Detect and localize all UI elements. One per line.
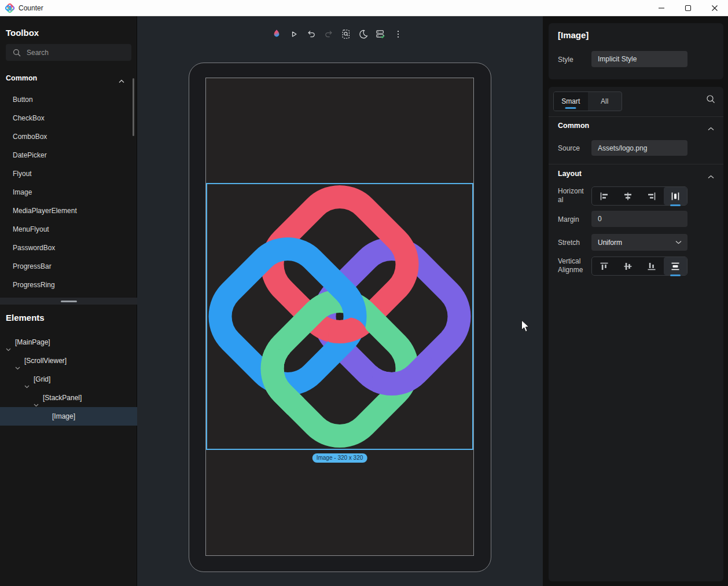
- properties-panel: [Image] Style Smart All Common Source La…: [543, 16, 728, 586]
- tree-item-scrollviewer[interactable]: [ScrollViewer]: [0, 351, 137, 370]
- tree-item-label: [Image]: [52, 407, 75, 426]
- toolbox-search-input[interactable]: [27, 49, 131, 57]
- align-top-button[interactable]: [593, 257, 616, 275]
- redo-icon: [321, 25, 336, 43]
- align-bottom-button[interactable]: [640, 257, 663, 275]
- app-window: Counter Toolbox Common Button C: [0, 0, 728, 586]
- elements-tree: [MainPage] [ScrollViewer] [Grid] [StackP…: [0, 333, 137, 426]
- layout-section-header: Layout: [558, 170, 582, 178]
- tree-item-image-selected[interactable]: [Image]: [0, 407, 137, 426]
- tree-item-label: [Grid]: [34, 370, 50, 389]
- hot-reload-flame-icon[interactable]: [269, 25, 284, 43]
- inspector-title: [Image]: [558, 30, 589, 40]
- divider: [549, 116, 723, 117]
- selected-element-card: [Image] Style: [549, 23, 723, 79]
- maximize-button[interactable]: [675, 0, 701, 16]
- align-left-button[interactable]: [593, 187, 616, 205]
- horizontal-alignment-label: Horizontal: [558, 187, 587, 204]
- tab-label: All: [601, 97, 608, 105]
- align-center-horizontal-button[interactable]: [616, 187, 639, 205]
- common-section-header: Common: [558, 122, 589, 130]
- style-label: Style: [558, 56, 573, 64]
- toolbox-item-datepicker[interactable]: DatePicker: [0, 146, 132, 164]
- selection-size-badge: Image - 320 x 320: [312, 453, 367, 463]
- tree-item-label: [MainPage]: [15, 333, 50, 351]
- align-center-vertical-button[interactable]: [616, 257, 639, 275]
- stretch-vertical-button[interactable]: [664, 257, 687, 275]
- toolbox-item-menuflyout[interactable]: MenuFlyout: [0, 220, 132, 239]
- toolbox-list: Button CheckBox ComboBox DatePicker Flyo…: [0, 90, 132, 294]
- source-input[interactable]: [591, 140, 687, 156]
- toolbox-item-image[interactable]: Image: [0, 183, 132, 202]
- titlebar: Counter: [0, 0, 728, 16]
- undo-icon[interactable]: [304, 25, 318, 43]
- more-options-kebab-icon[interactable]: [391, 25, 405, 43]
- toolbox-item-progressbar[interactable]: ProgressBar: [0, 257, 132, 276]
- tab-smart[interactable]: Smart: [554, 92, 588, 111]
- toolbox-title: Toolbox: [6, 28, 39, 38]
- tree-item-label: [ScrollViewer]: [24, 351, 67, 370]
- style-input[interactable]: [591, 51, 687, 67]
- image-selection-overlay[interactable]: [206, 183, 473, 450]
- theme-moon-icon[interactable]: [356, 25, 370, 43]
- mouse-cursor: [521, 320, 531, 335]
- properties-search-icon[interactable]: [706, 94, 715, 106]
- tree-item-grid[interactable]: [Grid]: [0, 370, 137, 389]
- vertical-alignment-label: Vertical Alignment: [558, 257, 587, 276]
- stretch-value: Uniform: [598, 239, 675, 247]
- device-screen[interactable]: Image - 320 x 320: [205, 78, 474, 556]
- app-logo-icon: [5, 3, 14, 13]
- logo-image[interactable]: [207, 184, 472, 449]
- margin-input[interactable]: [591, 211, 687, 227]
- toolbox-section-label: Common: [6, 74, 37, 82]
- toolbox-item-mediaplayerelement[interactable]: MediaPlayerElement: [0, 202, 132, 220]
- toolbox-item-passwordbox[interactable]: PasswordBox: [0, 239, 132, 257]
- stretch-label: Stretch: [558, 239, 580, 247]
- align-right-button[interactable]: [640, 187, 663, 205]
- horizontal-alignment-group: [591, 186, 687, 206]
- devtools-connected-icon[interactable]: [373, 25, 388, 43]
- device-frame: Image - 320 x 320: [189, 63, 491, 572]
- properties-card: Smart All Common Source Layout Horizonta…: [549, 87, 723, 581]
- toolbox-search[interactable]: [6, 44, 131, 61]
- close-button[interactable]: [701, 0, 728, 16]
- margin-label: Margin: [558, 215, 579, 224]
- toolbox-item-flyout[interactable]: Flyout: [0, 164, 132, 183]
- chevron-up-icon[interactable]: [708, 171, 714, 181]
- minimize-button[interactable]: [648, 0, 675, 16]
- stretch-dropdown[interactable]: Uniform: [591, 234, 687, 251]
- tree-item-mainpage[interactable]: [MainPage]: [0, 333, 137, 351]
- property-tabs: Smart All: [553, 91, 622, 111]
- toolbox-item-checkbox[interactable]: CheckBox: [0, 109, 132, 127]
- window-title: Counter: [19, 0, 43, 16]
- stretch-horizontal-button[interactable]: [664, 187, 687, 205]
- chevron-down-icon: [675, 240, 682, 244]
- divider: [549, 164, 723, 164]
- toolbox-item-combobox[interactable]: ComboBox: [0, 127, 132, 146]
- design-canvas[interactable]: Image - 320 x 320: [137, 16, 543, 586]
- search-icon: [13, 49, 21, 57]
- tab-label: Smart: [561, 97, 580, 105]
- toolbox-section-common[interactable]: Common: [6, 74, 131, 86]
- play-icon[interactable]: [286, 25, 301, 43]
- elements-title: Elements: [6, 313, 45, 323]
- chevron-up-icon: [119, 77, 124, 85]
- tree-item-stackpanel[interactable]: [StackPanel]: [0, 389, 137, 407]
- toolbox-item-button[interactable]: Button: [0, 90, 132, 109]
- inspect-element-icon[interactable]: [339, 25, 353, 43]
- tree-item-label: [StackPanel]: [43, 389, 82, 407]
- toolbox-panel: Toolbox Common Button CheckBox ComboBox …: [0, 16, 137, 586]
- source-label: Source: [558, 144, 580, 152]
- designer-toolbar: [269, 25, 405, 43]
- tab-all[interactable]: All: [588, 92, 622, 111]
- toolbox-item-progressring[interactable]: ProgressRing: [0, 276, 132, 294]
- panel-splitter[interactable]: [0, 298, 137, 305]
- vertical-alignment-group: [591, 257, 687, 276]
- chevron-up-icon[interactable]: [708, 123, 714, 133]
- splitter-grip-icon: [61, 301, 77, 302]
- toolbox-scrollbar[interactable]: [133, 78, 134, 136]
